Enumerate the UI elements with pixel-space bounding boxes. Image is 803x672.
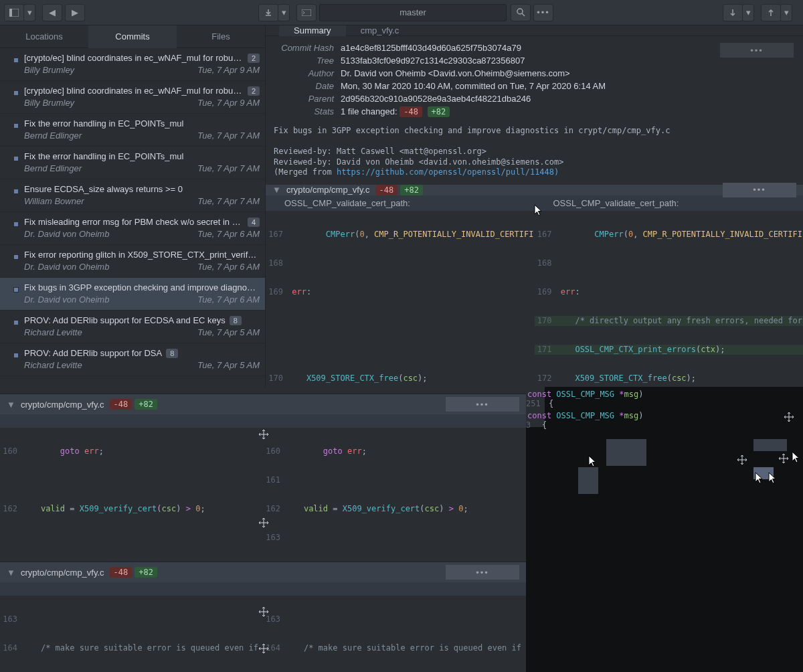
commit-author: Bernd Edlinger: [24, 163, 82, 173]
commit-date: Tue, 7 Apr 6 AM: [197, 229, 260, 239]
pull-dropdown[interactable]: ▾: [742, 4, 754, 21]
sidebar-toggle-dropdown[interactable]: ▾: [23, 4, 35, 21]
svg-point-3: [517, 9, 523, 14]
commit-author: Billy Brumley: [24, 65, 74, 75]
commit-date: Tue, 7 Apr 5 AM: [197, 327, 260, 337]
chevron-down-icon[interactable]: ▼: [272, 185, 281, 195]
diff-body-lower-a: 160 goto err; 162 valid = X509_verify_ce…: [0, 428, 526, 562]
commit-author: Dr. David von Oheimb: [24, 295, 109, 305]
commit-author: Richard Levitte: [24, 327, 82, 337]
commit-title: Ensure ECDSA_size always returns >= 0: [24, 184, 260, 194]
commit-title: Fix misleading error msg for PBM check w…: [24, 217, 260, 227]
meta-label-hash: Commit Hash: [274, 43, 334, 53]
commit-title: PROV: Add DERlib support for DSA8: [24, 348, 260, 358]
meta-value-tree: 5133fab3fcf0e9d927c1314c29303ca872356807: [341, 56, 525, 66]
sidebar-tabs: Locations Commits Files: [0, 25, 265, 48]
diff-stat-add: +82: [400, 185, 423, 195]
diff-stat-del: -48: [375, 185, 398, 195]
file-count-badge: 2: [248, 54, 260, 63]
pull-button[interactable]: [723, 4, 743, 21]
meta-label-author: Author: [274, 68, 334, 78]
tab-locations[interactable]: Locations: [0, 25, 88, 48]
file-count-badge: 8: [166, 349, 178, 358]
graph-node-icon: [13, 156, 19, 161]
diff-file-name: crypto/cmp/cmp_vfy.c: [21, 400, 104, 410]
meta-value-author: Dr. David von Oheimb <David.von.Oheimb@s…: [341, 68, 570, 78]
commit-actions-button[interactable]: •••: [720, 43, 794, 58]
push-dropdown[interactable]: ▾: [780, 4, 792, 21]
file-actions-button[interactable]: •••: [446, 565, 519, 580]
diff-body-lower-b: 163 164 /* make sure suitable error is q…: [0, 596, 526, 672]
commit-date: Tue, 7 Apr 7 AM: [197, 131, 260, 141]
hunk-label-right: OSSL_CMP_validate_cert_path:: [535, 195, 804, 211]
commit-date: Tue, 7 Apr 5 AM: [197, 360, 260, 370]
meta-label-parent: Parent: [274, 94, 334, 104]
commit-item[interactable]: Fix bugs in 3GPP exception checking and …: [0, 278, 265, 311]
meta-label-date: Date: [274, 81, 334, 91]
meta-value-stats: 1 file changed: -48 +82: [341, 106, 450, 116]
commit-date: Tue, 7 Apr 7 AM: [197, 196, 260, 206]
meta-value-hash: a1e4c8ef8125bfff403d49d60a625f75b3074a79: [341, 43, 521, 53]
diff-file-header-lower-a: ▼ crypto/cmp/cmp_vfy.c -48 +82 •••: [0, 394, 526, 414]
commit-author: William Bowner: [24, 196, 84, 206]
file-actions-button[interactable]: •••: [446, 397, 519, 412]
commit-date: Tue, 7 Apr 9 AM: [197, 65, 260, 75]
file-count-badge: 8: [230, 316, 242, 325]
commit-date: Tue, 7 Apr 6 AM: [197, 262, 260, 272]
diff-file-name: crypto/cmp/cmp_vfy.c: [286, 185, 370, 195]
fetch-button[interactable]: [258, 4, 278, 21]
graph-node-icon: [13, 254, 19, 260]
tab-commits[interactable]: Commits: [88, 25, 177, 48]
graph-node-icon: [13, 189, 19, 194]
commit-date: Tue, 7 Apr 6 AM: [197, 295, 260, 305]
commit-author: Richard Levitte: [24, 360, 82, 370]
more-button[interactable]: •••: [533, 4, 553, 21]
hunk-header-lower-a: [0, 414, 526, 428]
search-button[interactable]: [511, 4, 531, 21]
tab-summary[interactable]: Summary: [279, 25, 346, 36]
push-button[interactable]: [761, 4, 781, 21]
meta-value-parent: 2d956b320c910a90528e9a3aeb4cf48221dba246: [341, 94, 531, 104]
commit-item[interactable]: [crypto/ec] blind coordinates in ec_wNAF…: [0, 48, 265, 81]
tab-file[interactable]: cmp_vfy.c: [346, 25, 414, 36]
chevron-down-icon[interactable]: ▼: [7, 400, 15, 410]
fetch-dropdown[interactable]: ▾: [278, 4, 290, 21]
graph-node-icon: [13, 287, 19, 292]
tab-files[interactable]: Files: [177, 25, 265, 48]
nav-forward-button[interactable]: ▶: [65, 4, 85, 21]
commit-title: Fix bugs in 3GPP exception checking and …: [24, 282, 260, 292]
commit-item[interactable]: Fix the error handling in EC_POINTs_mulB…: [0, 114, 265, 147]
terminal-button[interactable]: [296, 4, 317, 21]
meta-value-date: Mon, 30 Mar 2020 10:40 AM, committed on …: [341, 81, 606, 91]
diff-file-header: ▼ crypto/cmp/cmp_vfy.c -48 +82 •••: [266, 185, 803, 195]
meta-label-tree: Tree: [274, 56, 334, 66]
graph-node-icon: [13, 320, 19, 325]
commit-item[interactable]: Ensure ECDSA_size always returns >= 0Wil…: [0, 179, 265, 212]
commit-title: Fix the error handling in EC_POINTs_mul: [24, 118, 260, 129]
graph-node-icon: [13, 90, 19, 96]
svg-rect-2: [302, 9, 311, 16]
commit-item[interactable]: Fix the error handling in EC_POINTs_mulB…: [0, 147, 265, 179]
commit-item[interactable]: [crypto/ec] blind coordinates in ec_wNAF…: [0, 81, 265, 114]
branch-input[interactable]: [319, 4, 507, 21]
commit-item[interactable]: PROV: Add DERlib support for ECDSA and E…: [0, 311, 265, 343]
nav-back-button[interactable]: ◀: [42, 4, 62, 21]
commit-item[interactable]: Fix error reporting glitch in X509_STORE…: [0, 245, 265, 278]
graph-node-icon: [13, 58, 19, 63]
graph-node-icon: [13, 123, 19, 129]
commit-author: Bernd Edlinger: [24, 131, 82, 141]
file-actions-button[interactable]: •••: [723, 183, 796, 197]
merge-link[interactable]: https://github.com/openssl/openssl/pull/…: [337, 167, 559, 177]
commit-title: Fix error reporting glitch in X509_STORE…: [24, 250, 260, 260]
commit-author: Dr. David von Oheimb: [24, 262, 109, 272]
commit-item[interactable]: PROV: Add DERlib support for DSA8Richard…: [0, 343, 265, 376]
sidebar-toggle-button[interactable]: [4, 4, 24, 21]
chevron-down-icon[interactable]: ▼: [7, 568, 15, 578]
diff-file-header-lower-b: ▼ crypto/cmp/cmp_vfy.c -48 +82 •••: [0, 562, 526, 582]
commit-author: Billy Brumley: [24, 98, 74, 108]
meta-label-stats: Stats: [274, 106, 334, 116]
commit-title: PROV: Add DERlib support for ECDSA and E…: [24, 315, 260, 325]
diff-body: 167 CMPerr(0, CMP_R_POTENTIALLY_INVALID_…: [266, 211, 803, 387]
commit-item[interactable]: Fix misleading error msg for PBM check w…: [0, 212, 265, 245]
hunk-header-lower-b: [0, 582, 526, 596]
